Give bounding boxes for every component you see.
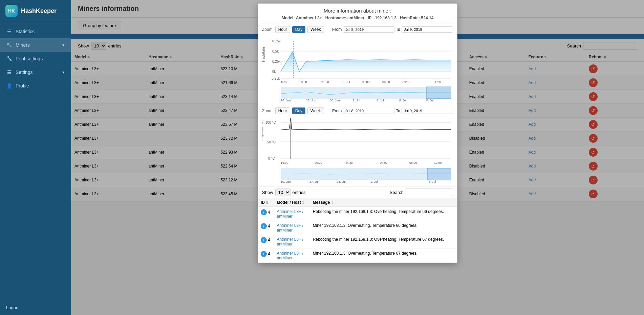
- from-date-input[interactable]: [343, 26, 394, 33]
- hour-btn2[interactable]: Hour: [275, 107, 290, 114]
- svg-text:12:00: 12:00: [435, 80, 443, 84]
- statistics-icon: ☰: [6, 29, 12, 34]
- sidebar-item-statistics[interactable]: ☰ Statistics: [0, 25, 71, 38]
- temperature-chart-section: Zoom Hour Day Week From To 100 °C 50: [258, 105, 457, 186]
- model-host-text: Antminer L3+ /antMiner: [277, 223, 303, 233]
- logout-item[interactable]: Logout: [0, 300, 71, 315]
- svg-text:26. Jun: 26. Jun: [281, 99, 291, 102]
- modal-entries-select[interactable]: 10 25: [275, 189, 291, 196]
- svg-text:10. Jun: 10. Jun: [281, 180, 291, 183]
- app-name: HashKeeper: [21, 7, 57, 15]
- date-range2: From To: [332, 108, 453, 114]
- svg-text:24. Jun: 24. Jun: [337, 180, 347, 183]
- sidebar-item-settings[interactable]: ☰ Settings ▼: [0, 65, 71, 79]
- show-label2: Show: [262, 190, 273, 195]
- zoom-label2: Zoom: [262, 109, 273, 113]
- sidebar-item-profile[interactable]: 👤 Profile: [0, 79, 71, 93]
- log-cell-id: i 4: [258, 207, 274, 221]
- svg-text:03:00: 03:00: [362, 80, 370, 84]
- log-cell-id: i 4: [258, 221, 274, 235]
- modal-info: Model: Antminer L3+ Hostname: antMiner I…: [261, 16, 454, 23]
- to-date-input2[interactable]: [402, 108, 453, 114]
- svg-text:Temperature (C): Temperature (C): [262, 119, 264, 142]
- info-icon: i: [261, 237, 267, 243]
- model-host-text: Antminer L3+ /antMiner: [277, 237, 303, 247]
- to-label2: To: [396, 109, 400, 113]
- sort-icon: ⇅: [331, 201, 334, 204]
- svg-text:08:00: 08:00: [409, 161, 417, 164]
- hashrate-label: HashRate:: [400, 16, 420, 20]
- svg-text:28. Jun: 28. Jun: [306, 99, 316, 102]
- sidebar-nav: ☰ Statistics ⛏ Miners ▼ 🔧 Pool settings …: [0, 22, 71, 300]
- temperature-chart: 100 °C 50 °C 0 °C Temperature (C): [262, 116, 453, 183]
- chart1-controls: Zoom Hour Day Week From To: [262, 26, 453, 33]
- hostname-value: antMiner: [347, 16, 364, 20]
- log-cell-model-host: Antminer L3+ /antMiner: [274, 221, 310, 235]
- log-table-row: i 4 Antminer L3+ /antMiner Miner 192.168…: [258, 221, 457, 235]
- model-host-text: Antminer L3+ /antMiner: [277, 251, 303, 260]
- hour-btn[interactable]: Hour: [275, 26, 290, 33]
- log-col-message: Message ⇅: [310, 198, 457, 207]
- svg-text:2. Jul: 2. Jul: [353, 99, 360, 102]
- hashrate-mini-chart: 26. Jun 28. Jun 30. Jun 2. Jul 4. Jul 6.…: [262, 85, 453, 102]
- svg-text:9. Jul: 9. Jul: [343, 80, 350, 84]
- svg-text:15:00: 15:00: [281, 80, 288, 84]
- day-btn[interactable]: Day: [292, 26, 305, 33]
- temperature-chart-svg: 100 °C 50 °C 0 °C Temperature (C): [262, 116, 453, 165]
- log-cell-message: Rebooting the miner 192.168.1.3: Overhea…: [310, 235, 457, 249]
- svg-text:-0.25k: -0.25k: [271, 77, 280, 80]
- week-btn[interactable]: Week: [307, 26, 324, 33]
- svg-text:17. Jun: 17. Jun: [309, 180, 320, 183]
- sidebar-item-pool-settings[interactable]: 🔧 Pool settings: [0, 52, 71, 65]
- modal-search-input[interactable]: [406, 189, 453, 196]
- model-value: Antminer L3+: [296, 16, 322, 20]
- sidebar-item-label: Pool settings: [16, 56, 43, 61]
- svg-text:HashRate: HashRate: [262, 47, 265, 62]
- info-icon: i: [261, 209, 267, 215]
- app-logo-icon: HK: [5, 5, 18, 17]
- to-label: To: [396, 27, 400, 32]
- log-cell-model-host: Antminer L3+ /antMiner: [274, 249, 310, 263]
- sidebar-logo: HK HashKeeper: [0, 0, 71, 22]
- svg-marker-11: [281, 52, 451, 72]
- log-cell-message: Miner 192.168.1.3: Overheating. Temperat…: [310, 221, 457, 235]
- log-col-id: ID ⇅: [258, 198, 274, 207]
- sort-icon: ⇅: [266, 201, 269, 204]
- miners-icon: ⛏: [6, 42, 12, 48]
- modal-overlay[interactable]: More information about miner: Model: Ant…: [71, 0, 644, 315]
- log-table-row: i 4 Antminer L3+ /antMiner Rebooting the…: [258, 235, 457, 249]
- svg-text:30. Jun: 30. Jun: [330, 99, 340, 102]
- week-btn2[interactable]: Week: [307, 107, 324, 114]
- svg-text:6. Jul: 6. Jul: [399, 99, 407, 102]
- settings-icon: ☰: [6, 70, 12, 75]
- from-date-input2[interactable]: [343, 108, 394, 114]
- log-cell-message: Miner 192.168.1.3: Overheating. Temperat…: [310, 249, 457, 263]
- svg-text:0.5k: 0.5k: [272, 50, 279, 53]
- svg-rect-22: [426, 87, 451, 99]
- day-btn2[interactable]: Day: [292, 107, 305, 114]
- to-date-input[interactable]: [402, 26, 453, 33]
- svg-text:20:00: 20:00: [315, 161, 322, 164]
- sidebar-item-miners[interactable]: ⛏ Miners ▼: [0, 38, 71, 52]
- svg-rect-45: [427, 168, 451, 180]
- log-table-row: i 4 Antminer L3+ /antMiner Miner 192.168…: [258, 249, 457, 263]
- log-cell-id: i 4: [258, 235, 274, 249]
- svg-text:8. Jul: 8. Jul: [426, 99, 434, 102]
- zoom-label: Zoom: [262, 27, 273, 32]
- log-cell-model-host: Antminer L3+ /antMiner: [274, 235, 310, 249]
- svg-rect-21: [281, 87, 451, 99]
- hashrate-chart: 0.75k 0.5k 0.25k 0k -0.25k HashRate: [262, 35, 453, 102]
- sidebar-item-label: Settings: [16, 70, 33, 75]
- modal-title: More information about miner:: [258, 4, 457, 16]
- svg-text:06:00: 06:00: [382, 80, 390, 84]
- svg-text:50 °C: 50 °C: [267, 140, 276, 144]
- svg-text:0k: 0k: [272, 70, 276, 74]
- log-table: ID ⇅ Model / Host ⇅ Message ⇅ i 4 Antmin…: [258, 198, 457, 263]
- hashrate-chart-section: Zoom Hour Day Week From To 0.75k: [258, 23, 457, 105]
- modal-table-controls: Show 10 25 entries Search: [258, 186, 457, 198]
- sidebar-item-label: Miners: [16, 42, 30, 48]
- svg-text:8. Jul: 8. Jul: [429, 180, 436, 183]
- log-cell-message: Rebooting the miner 192.168.1.3: Overhea…: [310, 207, 457, 221]
- log-cell-id: i 4: [258, 249, 274, 263]
- svg-text:09:00: 09:00: [403, 80, 410, 84]
